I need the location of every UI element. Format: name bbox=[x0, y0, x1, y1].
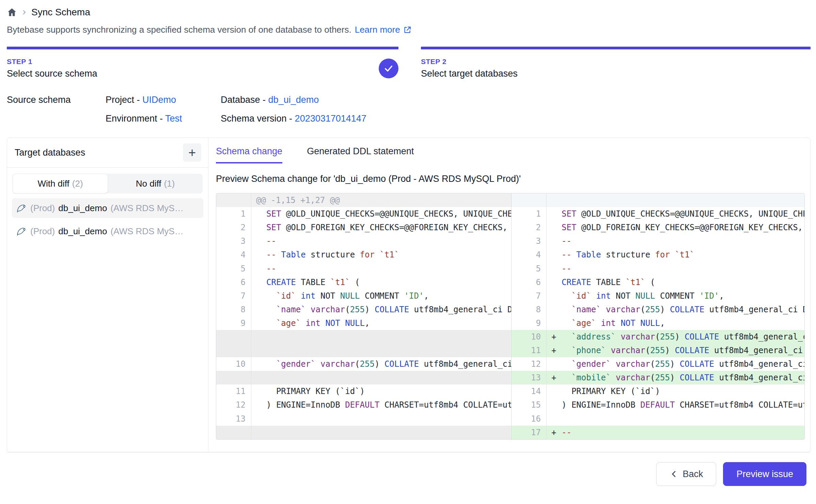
code-token: ( bbox=[650, 373, 655, 382]
code-token: ( bbox=[355, 359, 360, 369]
code-token: -- bbox=[266, 236, 276, 246]
line-number: 14 bbox=[512, 384, 547, 398]
diff-row: 5-- bbox=[216, 262, 511, 275]
code-line: `mobile` varchar(255) COLLATE utf8mb4_ge… bbox=[562, 373, 804, 382]
line-number: 9 bbox=[512, 316, 547, 330]
step-1-label: STEP 1 bbox=[7, 58, 97, 66]
code-token: ( bbox=[650, 359, 655, 369]
diff-row: 3-- bbox=[512, 234, 804, 248]
diff-row: 9 `age` int NOT NULL, bbox=[216, 316, 511, 330]
code-token: COLLATE bbox=[385, 359, 419, 369]
code-token bbox=[306, 305, 311, 314]
database-list-item[interactable]: (Prod) db_ui_demo (AWS RDS MyS… bbox=[12, 198, 203, 218]
database-list-item[interactable]: (Prod) db_ui_demo (AWS RDS MyS… bbox=[12, 221, 203, 241]
schema-change-area: Schema change Generated DDL statement Pr… bbox=[208, 138, 810, 452]
code-line: `id` int NOT NULL COMMENT 'ID', bbox=[266, 291, 511, 301]
code-token: varchar bbox=[616, 373, 650, 382]
mysql-icon bbox=[16, 226, 27, 237]
code-token: NOT bbox=[316, 291, 340, 301]
line-number: 12 bbox=[216, 398, 251, 412]
code-token bbox=[266, 359, 276, 369]
sync-schema-page: › Sync Schema Bytebase supports synchron… bbox=[0, 0, 816, 504]
external-link-icon bbox=[403, 26, 412, 34]
code-token bbox=[562, 305, 571, 314]
code-token: utf8mb4_general_ci DEFAULT NULL, bbox=[409, 305, 511, 314]
code-token: `mobile` bbox=[571, 373, 611, 382]
schema-version-link[interactable]: 20230317014147 bbox=[295, 113, 366, 124]
code-line: `name` varchar(255) COLLATE utf8mb4_gene… bbox=[266, 305, 511, 314]
code-token: int bbox=[596, 291, 611, 301]
code-token: 'ID' bbox=[700, 291, 719, 301]
code-token: , bbox=[719, 291, 724, 301]
code-token: -- bbox=[562, 250, 576, 259]
back-button[interactable]: Back bbox=[656, 462, 716, 486]
code-token: `t1` bbox=[675, 250, 694, 259]
learn-more-link[interactable]: Learn more bbox=[355, 25, 412, 35]
code-token bbox=[596, 318, 601, 328]
line-number: 8 bbox=[512, 303, 547, 316]
code-line: SET @OLD_UNIQUE_CHECKS=@@UNIQUE_CHECKS, … bbox=[562, 209, 804, 219]
project-link[interactable]: UIDemo bbox=[142, 95, 176, 105]
diff-row: 9 `age` int NOT NULL, bbox=[512, 316, 804, 330]
diff-marker: + bbox=[547, 373, 562, 382]
step-2-progress-bar bbox=[421, 47, 811, 49]
code-token: , bbox=[424, 291, 428, 301]
breadcrumb: › Sync Schema bbox=[7, 0, 811, 20]
preview-issue-button[interactable]: Preview issue bbox=[723, 462, 806, 486]
code-token: ) bbox=[670, 359, 680, 369]
line-number: 11 bbox=[512, 344, 547, 357]
code-token: utf8mb4_general_ci DEFAULT NULL, bbox=[419, 359, 511, 369]
code-line: CREATE TABLE `t1` ( bbox=[266, 278, 511, 287]
code-token: for bbox=[655, 250, 670, 259]
diff-pane-target[interactable]: 1SET @OLD_UNIQUE_CHECKS=@@UNIQUE_CHECKS,… bbox=[511, 193, 804, 439]
project-label: Project - bbox=[106, 95, 140, 105]
code-token: NOT bbox=[611, 291, 635, 301]
line-number: 2 bbox=[216, 221, 251, 234]
diff-pane-source[interactable]: @@ -1,15 +1,27 @@1SET @OLD_UNIQUE_CHECKS… bbox=[216, 193, 511, 439]
code-token bbox=[316, 359, 320, 369]
code-token: int bbox=[601, 318, 616, 328]
code-token: ) bbox=[665, 346, 675, 355]
database-environment: (Prod) bbox=[30, 226, 55, 237]
tab-generated-ddl[interactable]: Generated DDL statement bbox=[307, 146, 414, 163]
code-token: ) bbox=[670, 373, 680, 382]
tab-with-diff[interactable]: With diff (2) bbox=[13, 174, 108, 193]
chevron-left-icon bbox=[670, 470, 678, 478]
no-diff-label: No diff bbox=[136, 178, 161, 189]
code-token bbox=[296, 291, 301, 301]
code-line: `phone` varchar(255) COLLATE utf8mb4_gen… bbox=[562, 346, 804, 355]
line-number bbox=[216, 371, 251, 384]
diff-row bbox=[216, 426, 511, 439]
code-token: ( bbox=[655, 332, 660, 342]
line-number bbox=[216, 193, 251, 207]
line-number: 7 bbox=[512, 289, 547, 303]
line-number: 7 bbox=[216, 289, 251, 303]
home-icon[interactable] bbox=[7, 7, 17, 17]
tab-no-diff[interactable]: No diff (1) bbox=[108, 174, 203, 193]
code-token: 255 bbox=[360, 359, 375, 369]
environment-label: Environment - bbox=[106, 113, 163, 124]
tab-schema-change[interactable]: Schema change bbox=[216, 146, 282, 163]
hunk-header: @@ -1,15 +1,27 @@ bbox=[251, 193, 511, 207]
code-token: ) ENGINE=InnoDB bbox=[562, 400, 640, 410]
with-diff-label: With diff bbox=[37, 178, 69, 189]
add-database-button[interactable]: + bbox=[183, 143, 201, 162]
code-token: varchar bbox=[311, 305, 345, 314]
code-token: `id` bbox=[571, 291, 591, 301]
diff-filter-segmented-control: With diff (2) No diff (1) bbox=[13, 174, 203, 193]
environment-link[interactable]: Test bbox=[165, 113, 182, 124]
database-instance: (AWS RDS MyS… bbox=[110, 203, 183, 214]
code-token: COLLATE bbox=[375, 305, 409, 314]
diff-row: 1SET @OLD_UNIQUE_CHECKS=@@UNIQUE_CHECKS,… bbox=[216, 207, 511, 221]
database-link[interactable]: db_ui_demo bbox=[268, 95, 319, 105]
line-number: 5 bbox=[512, 262, 547, 275]
code-token bbox=[266, 291, 276, 301]
code-token: DEFAULT bbox=[345, 400, 379, 410]
line-number: 5 bbox=[216, 262, 251, 275]
code-token: COMMENT bbox=[655, 291, 700, 301]
diff-row bbox=[512, 193, 804, 207]
diff-row: 13 bbox=[216, 412, 511, 426]
mysql-icon bbox=[16, 203, 27, 214]
code-token: -- bbox=[266, 264, 276, 273]
step-1-title: Select source schema bbox=[7, 68, 97, 79]
